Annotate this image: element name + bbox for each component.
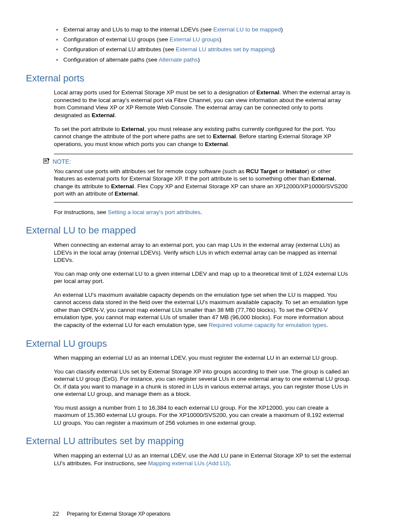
paragraph: When connecting an external array to an … xyxy=(54,241,353,264)
note-body: You cannot use ports with attributes set… xyxy=(54,168,353,198)
bullet-icon: • xyxy=(56,26,58,34)
paragraph: When mapping an external LU as an intern… xyxy=(54,452,353,467)
paragraph: You can classify external LUs set by Ext… xyxy=(54,368,353,398)
bullet-icon: • xyxy=(56,46,58,53)
paragraph: When mapping an external LU as an intern… xyxy=(54,354,353,362)
list-item: • Configuration of alternate paths (see … xyxy=(56,56,353,64)
list-item: • External array and LUs to map to the i… xyxy=(56,26,353,34)
heading-external-lu-mapped: External LU to be mapped xyxy=(26,224,353,237)
page-footer: 22Preparing for External Storage XP oper… xyxy=(53,510,353,518)
paragraph: You must assign a number from 1 to 16,38… xyxy=(54,404,353,427)
note-block: NOTE: You cannot use ports with attribut… xyxy=(54,154,353,202)
note-icon xyxy=(43,158,53,166)
bullet-list: • External array and LUs to map to the i… xyxy=(56,26,353,64)
link-setting-port-attributes[interactable]: Setting a local array's port attributes xyxy=(108,209,200,215)
paragraph: For instructions, see Setting a local ar… xyxy=(54,208,353,216)
link-mapping-external-lus[interactable]: Mapping external LUs (Add LU) xyxy=(148,460,230,467)
link-external-lu-groups[interactable]: External LU groups xyxy=(170,36,220,43)
link-external-lu-attributes[interactable]: External LU attributes set by mapping xyxy=(176,46,273,53)
paragraph: You can map only one external LU to a gi… xyxy=(54,270,353,285)
bullet-icon: • xyxy=(56,36,58,44)
paragraph: To set the port attribute to External, y… xyxy=(54,125,353,148)
page-number: 22 xyxy=(53,510,59,517)
bullet-text: Configuration of external LU attributes … xyxy=(63,46,353,53)
link-external-lu-mapped[interactable]: External LU to be mapped xyxy=(213,26,281,33)
paragraph: Local array ports used for External Stor… xyxy=(54,89,353,119)
link-alternate-paths[interactable]: Alternate paths xyxy=(159,56,198,63)
footer-title: Preparing for External Storage XP operat… xyxy=(67,511,171,517)
bullet-text: Configuration of external LU groups (see… xyxy=(63,36,353,44)
note-label: NOTE: xyxy=(53,158,71,165)
paragraph: An external LU's maximum available capac… xyxy=(54,291,353,329)
bullet-text: External array and LUs to map to the int… xyxy=(63,26,353,34)
bullet-text: Configuration of alternate paths (see Al… xyxy=(63,56,353,64)
link-required-volume-capacity[interactable]: Required volume capacity for emulation t… xyxy=(209,322,326,328)
list-item: • Configuration of external LU groups (s… xyxy=(56,36,353,44)
bullet-icon: • xyxy=(56,56,58,64)
heading-external-lu-groups: External LU groups xyxy=(26,338,353,350)
list-item: • Configuration of external LU attribute… xyxy=(56,46,353,53)
heading-external-lu-attributes: External LU attributes set by mapping xyxy=(26,435,353,448)
heading-external-ports: External ports xyxy=(26,72,353,85)
